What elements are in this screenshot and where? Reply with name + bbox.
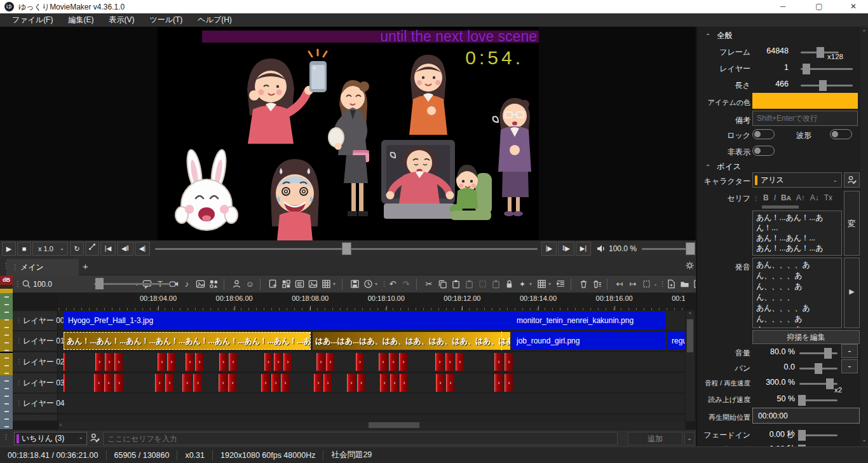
snap-grid-icon[interactable]: [535, 277, 548, 291]
format-i-icon[interactable]: I: [774, 193, 776, 202]
paste-special-icon[interactable]: [463, 277, 475, 291]
waveform-toggle[interactable]: [830, 129, 852, 139]
voice-clip-small[interactable]: ›: [323, 374, 332, 392]
chevron-down-icon[interactable]: ⌄: [653, 281, 658, 287]
voice-clip-small[interactable]: ›: [446, 374, 454, 392]
length-slider-handle[interactable]: [819, 80, 827, 91]
character-select[interactable]: アリス ⌄: [752, 172, 842, 188]
voice-clip-small[interactable]: ›: [114, 353, 123, 371]
voice-clip-small[interactable]: ›: [155, 374, 163, 392]
lock-item-icon[interactable]: [503, 277, 515, 291]
voice-clip-small[interactable]: ›: [400, 374, 408, 392]
image-clip[interactable]: Hyogo_Pref_Hall_1-3.jpg: [64, 312, 512, 329]
fade-out-handle[interactable]: [798, 445, 806, 446]
menu-item-e[interactable]: 編集(E): [61, 13, 100, 27]
tab-main[interactable]: ⋮メイン: [6, 259, 79, 275]
play-voice-button[interactable]: ▶: [844, 258, 860, 328]
voice-clip-small[interactable]: ›: [104, 374, 112, 392]
menu-item-t[interactable]: ツール(T): [142, 13, 189, 27]
menu-item-v[interactable]: 表示(V): [102, 13, 141, 27]
voice-clip-small[interactable]: ›: [445, 353, 454, 371]
collapse-general-icon[interactable]: ⌃: [705, 32, 710, 39]
voice-clip-small[interactable]: ›: [347, 374, 355, 392]
voice-clip-small[interactable]: ›: [228, 374, 236, 392]
frame-value[interactable]: 64848: [742, 46, 789, 55]
fade-in-value[interactable]: 0.00 秒: [748, 429, 795, 440]
add-button[interactable]: 追加: [628, 432, 682, 445]
open-folder-icon[interactable]: [678, 277, 691, 291]
repeat-play-button[interactable]: ↻: [70, 242, 84, 256]
convert-button[interactable]: 変: [844, 191, 860, 256]
chevron-down-icon[interactable]: ▾: [548, 281, 553, 287]
cut-icon[interactable]: ✂: [423, 277, 435, 291]
format-tx-icon[interactable]: Tx: [824, 193, 832, 202]
paste-icon[interactable]: [449, 277, 462, 291]
layer-header[interactable]: ⋮レイヤー 03: [13, 373, 58, 392]
voice-clip-small[interactable]: [64, 374, 66, 392]
voice-clip-small[interactable]: ›: [193, 374, 202, 392]
pitch-value-field[interactable]: 300.0 %: [748, 378, 795, 387]
voice-volume-handle[interactable]: [824, 348, 832, 359]
video-preview[interactable]: until the next love scene 0:54.: [158, 27, 539, 240]
delete-item-icon[interactable]: [577, 277, 590, 291]
lock-toggle[interactable]: [752, 129, 775, 139]
layer-header[interactable]: ⋮レイヤー 02: [13, 352, 58, 371]
note-input[interactable]: [752, 111, 858, 126]
time-ruler[interactable]: 00:18:04.0000:18:06.0000:18:08.0000:18:1…: [58, 293, 685, 310]
minimize-button[interactable]: ─: [768, 0, 797, 13]
edit-intonation-button[interactable]: 抑揚を編集: [752, 330, 860, 344]
layer-grip-icon[interactable]: ⋮: [16, 394, 22, 413]
add-character-item-icon[interactable]: [230, 277, 243, 291]
add-audio-item-icon[interactable]: ♪: [180, 277, 193, 291]
voice-clip-small[interactable]: ›: [390, 374, 398, 392]
timeline-vscrollbar[interactable]: ⌃: [686, 310, 695, 421]
pitch-slider-handle[interactable]: [826, 378, 834, 389]
voice-clip-small[interactable]: ›: [105, 353, 113, 371]
paste-insert-icon[interactable]: [489, 277, 502, 291]
add-frame-item-icon[interactable]: [306, 277, 319, 291]
voice-clip-small[interactable]: ›: [158, 353, 166, 371]
voice-clip-small[interactable]: ›: [356, 353, 363, 371]
align-items-icon[interactable]: [554, 277, 567, 291]
serif-input[interactable]: [103, 432, 618, 445]
fade-in-handle[interactable]: [798, 430, 806, 441]
save-icon[interactable]: [691, 277, 696, 291]
serif-toolbar-scrollbar[interactable]: [762, 205, 799, 209]
next-item-button[interactable]: |▶: [541, 242, 557, 256]
character-edit-icon[interactable]: [90, 432, 100, 446]
skip-start-button[interactable]: |◀: [100, 242, 116, 256]
voice-preset-select[interactable]: いちりん (3) ⌄: [14, 432, 87, 445]
maximize-button[interactable]: ▢: [804, 0, 834, 13]
subbar-grip-icon[interactable]: ⋮: [3, 433, 10, 441]
add-face-item-icon[interactable]: ☺: [243, 277, 256, 291]
voice-clip-small[interactable]: ›: [326, 353, 334, 371]
voice-clip-small[interactable]: ›: [165, 374, 173, 392]
voice-clip-small[interactable]: [64, 353, 66, 371]
add-shape-item-icon[interactable]: [207, 277, 220, 291]
pronunciation-textarea[interactable]: あん、、、、あん、、、、あん、、、、あん、、、、 あん、、、、あん、、、、あん、…: [752, 258, 842, 328]
layer-header[interactable]: ⋮レイヤー 05: [13, 415, 58, 420]
play-button[interactable]: ▶: [2, 242, 16, 256]
layer-value[interactable]: 1: [742, 63, 789, 72]
range-select-icon[interactable]: [640, 277, 653, 291]
stop-button[interactable]: ■: [17, 242, 31, 256]
voice-clip-small[interactable]: ›: [380, 374, 388, 392]
voice-clip[interactable]: はあ...はあ...はあ、はあ、はあ、はあ、はあ、はあ、はあ、はあ、はあ: [313, 332, 510, 350]
split-item-icon[interactable]: ✦: [516, 277, 529, 291]
copy-icon[interactable]: [436, 277, 449, 291]
frame-slider-handle[interactable]: [817, 47, 824, 58]
cache-icon[interactable]: [348, 277, 361, 291]
add-effect-item-icon[interactable]: [293, 277, 306, 291]
volume-minus-button[interactable]: -: [841, 344, 858, 358]
gear-icon[interactable]: [685, 261, 695, 273]
speed-select[interactable]: x 1.0⌄: [32, 242, 68, 256]
image-clip[interactable]: monitor_tenin_nenrei_kakunin.png: [512, 312, 665, 329]
voice-clip-small[interactable]: ›: [195, 353, 203, 371]
voice-clip-small[interactable]: ›: [219, 374, 227, 392]
add-tab-button[interactable]: +: [83, 261, 88, 272]
next-frame-button[interactable]: ‖▶: [558, 242, 574, 256]
voice-clip-small[interactable]: ›: [435, 353, 444, 371]
voice-clip-small[interactable]: ›: [186, 353, 194, 371]
voice-clip-small[interactable]: ›: [167, 353, 175, 371]
chevron-down-icon[interactable]: ▾: [333, 281, 338, 287]
